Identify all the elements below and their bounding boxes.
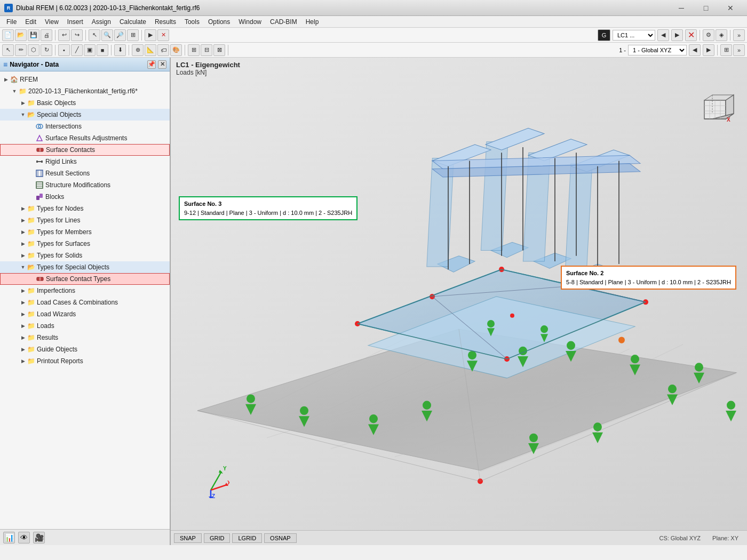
tree-load-cases[interactable]: ▶ 📁 Load Cases & Combinations xyxy=(0,297,170,308)
lw-expand[interactable]: ▶ xyxy=(19,310,27,318)
lc-dropdown[interactable]: LC1 ... xyxy=(613,30,655,41)
tree-types-members[interactable]: ▶ 📁 Types for Members xyxy=(0,226,170,238)
lgrid-button[interactable]: LGRID xyxy=(232,533,262,543)
printout-expand[interactable]: ▶ xyxy=(19,357,27,365)
tb2-line[interactable]: ╱ xyxy=(71,44,83,56)
types-solids-expand[interactable]: ▶ xyxy=(19,252,27,259)
view-dropdown[interactable]: 1 - Global XYZ xyxy=(628,45,687,55)
tb-save[interactable]: 💾 xyxy=(28,29,39,41)
tree-surface-contacts[interactable]: Surface Contacts xyxy=(0,144,170,156)
tb-view-options[interactable]: ⚙ xyxy=(703,29,714,41)
grid-button[interactable]: GRID xyxy=(204,533,231,543)
tree-rigid-links[interactable]: Rigid Links xyxy=(0,156,170,167)
nav-pin-btn[interactable]: 📌 xyxy=(147,60,156,69)
tb2-cursor[interactable]: ↖ xyxy=(2,44,14,56)
tb-select[interactable]: ↖ xyxy=(89,29,100,41)
tree-imperfections[interactable]: ▶ 📁 Imperfections xyxy=(0,285,170,297)
menu-cad-bim[interactable]: CAD-BIM xyxy=(266,17,301,27)
lc-prev[interactable]: ◀ xyxy=(657,29,669,41)
tb2-rotate[interactable]: ↻ xyxy=(41,44,52,56)
menu-view[interactable]: View xyxy=(41,17,63,27)
tree-load-wizards[interactable]: ▶ 📁 Load Wizards xyxy=(0,308,170,320)
special-expand[interactable]: ▼ xyxy=(19,111,27,118)
tree-printout-reports[interactable]: ▶ 📁 Printout Reports xyxy=(0,355,170,367)
rfem-expand[interactable]: ▶ xyxy=(2,76,10,83)
tree-guide-objects[interactable]: ▶ 📁 Guide Objects xyxy=(0,343,170,355)
tree-types-nodes[interactable]: ▶ 📁 Types for Nodes xyxy=(0,203,170,214)
tree-types-solids[interactable]: ▶ 📁 Types for Solids xyxy=(0,250,170,261)
project-expand[interactable]: ▼ xyxy=(11,87,18,95)
tree-intersections[interactable]: Intersections xyxy=(0,121,170,132)
menu-assign[interactable]: Assign xyxy=(88,17,115,27)
tb2-load[interactable]: ⬇ xyxy=(114,44,126,56)
nav-display-btn[interactable]: 👁 xyxy=(18,532,30,543)
tree-special-objects[interactable]: ▼ 📂 Special Objects xyxy=(0,109,170,121)
nav-close-btn[interactable]: ✕ xyxy=(158,60,166,69)
tb2-view3[interactable]: ⊠ xyxy=(213,44,225,56)
tree-rfem-root[interactable]: ▶ 🏠 RFEM xyxy=(0,74,170,85)
types-nodes-expand[interactable]: ▶ xyxy=(19,205,27,212)
tree-loads[interactable]: ▶ 📁 Loads xyxy=(0,320,170,332)
tb-redo[interactable]: ↪ xyxy=(71,29,83,41)
tree-structure-mod[interactable]: Structure Modifications xyxy=(0,179,170,191)
loads-expand[interactable]: ▶ xyxy=(19,322,27,330)
tb-zoom-in[interactable]: 🔍 xyxy=(101,29,113,41)
orientation-cube[interactable]: X xyxy=(694,90,736,132)
tb-open[interactable]: 📂 xyxy=(15,29,27,41)
tb-zoom-fit[interactable]: ⊞ xyxy=(127,29,139,41)
viewport[interactable]: LC1 - Eigengewicht Loads [kN] xyxy=(171,58,747,545)
tree-types-special[interactable]: ▼ 📂 Types for Special Objects xyxy=(0,261,170,273)
menu-edit[interactable]: Edit xyxy=(21,17,41,27)
types-surfaces-expand[interactable]: ▶ xyxy=(19,240,27,247)
types-members-expand[interactable]: ▶ xyxy=(19,228,27,236)
tb2-label[interactable]: 🏷 xyxy=(157,44,169,56)
close-button[interactable]: ✕ xyxy=(718,0,743,16)
tree-blocks[interactable]: Blocks xyxy=(0,191,170,203)
view-prev[interactable]: ◀ xyxy=(689,44,701,56)
nav-data-btn[interactable]: 📊 xyxy=(3,532,15,543)
menu-tools[interactable]: Tools xyxy=(180,17,204,27)
tb2-grid-view[interactable]: ⊞ xyxy=(720,44,732,56)
tb-new[interactable]: 📄 xyxy=(2,29,14,41)
tb-undo[interactable]: ↩ xyxy=(58,29,70,41)
lc-next[interactable]: ▶ xyxy=(671,29,683,41)
tb-g-button[interactable]: G xyxy=(598,29,610,41)
tb2-measure[interactable]: 📐 xyxy=(145,44,156,56)
tree-surf-results-adj[interactable]: Surface Results Adjustments xyxy=(0,132,170,144)
tree-result-sections[interactable]: Result Sections xyxy=(0,167,170,179)
menu-window[interactable]: Window xyxy=(234,17,266,27)
tb2-color[interactable]: 🎨 xyxy=(170,44,182,56)
tb-more[interactable]: » xyxy=(733,29,745,41)
lc-expand[interactable]: ▶ xyxy=(19,299,27,306)
tb2-surface[interactable]: ▣ xyxy=(84,44,96,56)
tb2-node[interactable]: • xyxy=(58,44,70,56)
tb-zoom-out[interactable]: 🔎 xyxy=(114,29,126,41)
tb2-view2[interactable]: ⊟ xyxy=(201,44,212,56)
types-special-expand[interactable]: ▼ xyxy=(19,263,27,271)
menu-options[interactable]: Options xyxy=(204,17,234,27)
menu-file[interactable]: File xyxy=(2,17,21,27)
tree-surface-contact-types[interactable]: Surface Contact Types xyxy=(0,273,170,285)
tb-red-x[interactable]: ✕ xyxy=(685,29,697,41)
tb-print[interactable]: 🖨 xyxy=(41,29,52,41)
tb2-shape[interactable]: ⬡ xyxy=(28,44,39,56)
tb2-snap[interactable]: ⊕ xyxy=(132,44,144,56)
osnap-button[interactable]: OSNAP xyxy=(264,533,297,543)
tb2-solid[interactable]: ■ xyxy=(97,44,108,56)
tree-types-lines[interactable]: ▶ 📁 Types for Lines xyxy=(0,214,170,226)
maximize-button[interactable]: □ xyxy=(694,0,718,16)
basic-expand[interactable]: ▶ xyxy=(19,99,27,107)
view-next[interactable]: ▶ xyxy=(703,44,714,56)
tb-render[interactable]: ◈ xyxy=(716,29,727,41)
menu-insert[interactable]: Insert xyxy=(63,17,88,27)
nav-views-btn[interactable]: 🎥 xyxy=(33,532,45,543)
imperf-expand[interactable]: ▶ xyxy=(19,287,27,294)
guide-expand[interactable]: ▶ xyxy=(19,346,27,353)
tree-basic-objects[interactable]: ▶ 📁 Basic Objects xyxy=(0,97,170,109)
types-lines-expand[interactable]: ▶ xyxy=(19,217,27,224)
tb-run[interactable]: ▶ xyxy=(145,29,156,41)
tree-types-surfaces[interactable]: ▶ 📁 Types for Surfaces xyxy=(0,238,170,250)
tree-project[interactable]: ▼ 📁 2020-10-13_Flächenkontakt_fertig.rf6… xyxy=(0,85,170,97)
tb2-more2[interactable]: » xyxy=(733,44,745,56)
tb2-pen[interactable]: ✏ xyxy=(15,44,27,56)
